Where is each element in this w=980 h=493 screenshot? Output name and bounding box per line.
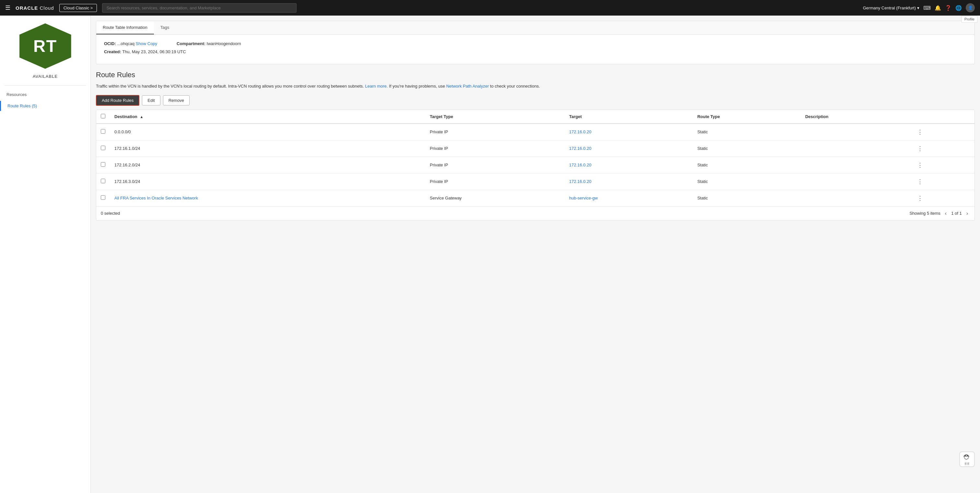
row-route-type-0: Static (693, 124, 801, 140)
row-destination-2: 172.16.2.0/24 (110, 157, 425, 173)
row-target-4: hub-service-gw (565, 190, 692, 206)
help-overlay-dots: ⠿⠿ (964, 462, 970, 466)
th-destination[interactable]: Destination ▲ (110, 110, 425, 124)
avatar[interactable]: 👤 (966, 3, 975, 12)
rt-badge: RT (19, 23, 71, 69)
prev-page-button[interactable]: ‹ (943, 210, 948, 217)
row-destination-4: All FRA Services In Oracle Services Netw… (110, 190, 425, 206)
page-info: 1 of 1 (951, 211, 962, 216)
ocid-text: ...ohqcaq (117, 41, 135, 46)
resources-label: Resources (0, 92, 27, 97)
row-checkbox-cell (96, 140, 110, 157)
profile-tooltip: Profile (961, 16, 977, 23)
th-target-type: Target Type (425, 110, 565, 124)
row-description-2 (801, 157, 911, 173)
tab-route-table-info[interactable]: Route Table Information (96, 21, 154, 34)
row-menu-button-2[interactable]: ⋮ (915, 161, 925, 169)
table-row: 172.16.2.0/24 Private IP 172.16.0.20 Sta… (96, 157, 975, 173)
add-route-rules-button[interactable]: Add Route Rules (96, 95, 139, 106)
row-destination-3: 172.16.3.0/24 (110, 173, 425, 190)
region-selector[interactable]: Germany Central (Frankfurt) ▾ (863, 5, 920, 10)
help-icon[interactable]: ❓ (945, 5, 951, 11)
search-input[interactable] (102, 3, 296, 13)
row-menu-cell-1: ⋮ (911, 140, 975, 157)
topnav: ☰ ORACLE Cloud Cloud Classic > Germany C… (0, 0, 980, 16)
row-menu-button-1[interactable]: ⋮ (915, 144, 925, 153)
cloud-classic-button[interactable]: Cloud Classic > (59, 4, 97, 12)
selected-count: 0 selected (101, 211, 120, 216)
topnav-right: Germany Central (Frankfurt) ▾ ⌨ 🔔 ❓ 🌐 👤 (863, 3, 975, 12)
table-row: All FRA Services In Oracle Services Netw… (96, 190, 975, 206)
row-menu-cell-0: ⋮ (911, 124, 975, 140)
row-description-4 (801, 190, 911, 206)
ocid-copy-link[interactable]: Copy (148, 41, 157, 46)
target-link-4[interactable]: hub-service-gw (569, 196, 598, 201)
row-description-1 (801, 140, 911, 157)
row-destination-0: 0.0.0.0/0 (110, 124, 425, 140)
row-target-type-3: Private IP (425, 173, 565, 190)
row-target-2: 172.16.0.20 (565, 157, 692, 173)
table-footer: 0 selected Showing 5 items ‹ 1 of 1 › (96, 206, 975, 220)
row-destination-1: 172.16.1.0/24 (110, 140, 425, 157)
created-label: Created: (104, 49, 121, 54)
network-path-link[interactable]: Network Path Analyzer (446, 84, 489, 89)
compartment-value: IwanHoogendoorn (207, 41, 241, 46)
help-overlay[interactable]: ⛑ ⠿⠿ (959, 452, 975, 467)
row-menu-button-0[interactable]: ⋮ (915, 128, 925, 136)
th-description: Description (801, 110, 911, 124)
toolbar: Add Route Rules Edit Remove (96, 95, 975, 106)
created-value: Thu, May 23, 2024, 06:30:19 UTC (122, 49, 186, 54)
row-target-type-0: Private IP (425, 124, 565, 140)
row-description-0 (801, 124, 911, 140)
row-checkbox-0[interactable] (101, 129, 105, 134)
destination-sort-arrow: ▲ (140, 115, 143, 119)
row-checkbox-2[interactable] (101, 162, 105, 167)
edit-button[interactable]: Edit (142, 95, 160, 105)
pagination: Showing 5 items ‹ 1 of 1 › (909, 210, 970, 217)
ocid-field: OCID: ...ohqcaq Show Copy (104, 41, 157, 46)
route-table-wrapper: Destination ▲ Target Type Target Route T… (96, 110, 975, 220)
target-link-1[interactable]: 172.16.0.20 (569, 146, 592, 151)
row-target-type-4: Service Gateway (425, 190, 565, 206)
row-checkbox-3[interactable] (101, 179, 105, 183)
sidebar-item-route-rules[interactable]: Route Rules (5) (0, 101, 91, 111)
info-panel: Route Table Information Tags OCID: ...oh… (96, 21, 975, 64)
row-checkbox-cell (96, 124, 110, 140)
target-link-2[interactable]: 172.16.0.20 (569, 163, 592, 168)
info-body: OCID: ...ohqcaq Show Copy Compartment: I… (96, 35, 975, 64)
learn-more-link[interactable]: Learn more. (365, 84, 388, 89)
ocid-show-link[interactable]: Show (136, 41, 146, 46)
th-checkbox (96, 110, 110, 124)
hamburger-icon[interactable]: ☰ (5, 4, 10, 11)
target-link-0[interactable]: 172.16.0.20 (569, 129, 592, 134)
select-all-checkbox[interactable] (101, 114, 105, 118)
row-checkbox-1[interactable] (101, 146, 105, 150)
globe-icon[interactable]: 🌐 (955, 5, 962, 11)
notification-icon[interactable]: 🔔 (935, 5, 941, 11)
row-menu-button-4[interactable]: ⋮ (915, 194, 925, 203)
destination-link-4[interactable]: All FRA Services In Oracle Services Netw… (115, 196, 198, 201)
row-target-3: 172.16.0.20 (565, 173, 692, 190)
row-menu-button-3[interactable]: ⋮ (915, 177, 925, 186)
table-body: 0.0.0.0/0 Private IP 172.16.0.20 Static … (96, 124, 975, 206)
row-description-3 (801, 173, 911, 190)
cli-icon[interactable]: ⌨ (923, 5, 931, 11)
row-route-type-1: Static (693, 140, 801, 157)
tabs-bar: Route Table Information Tags (96, 21, 975, 35)
th-actions (911, 110, 975, 124)
main-container: RT AVAILABLE Resources Route Rules (5) R… (0, 16, 980, 493)
row-target-1: 172.16.0.20 (565, 140, 692, 157)
next-page-button[interactable]: › (964, 210, 970, 217)
remove-button[interactable]: Remove (163, 95, 189, 105)
row-target-type-1: Private IP (425, 140, 565, 157)
target-link-3[interactable]: 172.16.0.20 (569, 179, 592, 184)
row-checkbox-cell (96, 190, 110, 206)
compartment-label: Compartment: (177, 41, 205, 46)
created-field: Created: Thu, May 23, 2024, 06:30:19 UTC (104, 49, 186, 54)
table-header-row: Destination ▲ Target Type Target Route T… (96, 110, 975, 124)
th-route-type: Route Type (693, 110, 801, 124)
row-target-0: 172.16.0.20 (565, 124, 692, 140)
row-checkbox-4[interactable] (101, 195, 105, 200)
tab-tags[interactable]: Tags (154, 21, 176, 34)
row-route-type-4: Static (693, 190, 801, 206)
